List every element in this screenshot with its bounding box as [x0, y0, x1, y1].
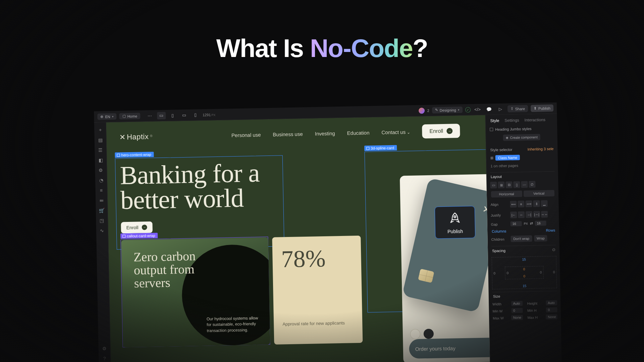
- spacing-editor[interactable]: 15 15 0 0 0 0 0 0: [492, 256, 557, 290]
- more-icon[interactable]: ⋯: [146, 112, 154, 119]
- ecommerce-icon[interactable]: 🛒: [98, 206, 106, 214]
- preview-play-icon[interactable]: ▷: [496, 105, 504, 113]
- justify-between-icon[interactable]: |↔|: [533, 211, 540, 218]
- tab-settings[interactable]: Settings: [504, 118, 519, 123]
- align-baseline-icon[interactable]: ▁: [541, 200, 547, 207]
- gap-row-input[interactable]: 16: [535, 221, 546, 226]
- breakpoint-landscape-icon[interactable]: ▭: [180, 111, 189, 119]
- enroll-button[interactable]: Enroll →: [422, 124, 460, 138]
- share-button[interactable]: ⇪ Share: [507, 105, 528, 112]
- style-manager-icon[interactable]: ◔: [97, 176, 105, 184]
- display-flex-icon[interactable]: ⊞: [498, 182, 504, 188]
- display-none-icon[interactable]: ∅: [529, 181, 535, 188]
- hero-content: hero-content-wrap Banking for a better w…: [120, 159, 363, 348]
- apps-icon[interactable]: ◳: [98, 216, 106, 224]
- settings-icon[interactable]: ⚙: [100, 344, 108, 352]
- align-center-icon[interactable]: ≡: [518, 200, 524, 207]
- help-icon[interactable]: ?: [100, 354, 108, 362]
- person-icon: ⇪: [511, 107, 514, 111]
- comment-icon[interactable]: 💬: [484, 106, 493, 113]
- create-component-button[interactable]: ◈ Create component: [503, 134, 540, 141]
- selection-label-spline: 3d-spline-card: [364, 145, 397, 151]
- breakpoint-desktop-icon[interactable]: ▭: [157, 112, 166, 119]
- variables-icon[interactable]: ⚙: [97, 166, 105, 174]
- site-brand[interactable]: ✕ Haptix®: [119, 132, 153, 142]
- display-mode-row: ▭ ⊞ ⊟ ▯ — ∅: [490, 180, 555, 190]
- minw-input[interactable]: 0: [511, 308, 523, 313]
- direction-horizontal[interactable]: Horizontal: [491, 191, 522, 198]
- display-block-icon[interactable]: ▭: [490, 182, 497, 188]
- justify-start-icon[interactable]: |←: [510, 212, 517, 218]
- cms-icon[interactable]: ≡: [97, 186, 105, 194]
- selector-icon: ⊞: [490, 156, 493, 160]
- callout-card-cream[interactable]: 78% Approval rate for new applicants: [272, 236, 363, 345]
- component-icon: ◈: [505, 136, 508, 139]
- chevron-down-icon: ▾: [458, 108, 460, 112]
- class-name-tag[interactable]: Class Name: [495, 155, 520, 161]
- children-label: Children: [491, 237, 508, 241]
- minh-input[interactable]: 0: [546, 307, 557, 313]
- breakpoint-tablet-icon[interactable]: ▯: [168, 112, 177, 119]
- justify-around-icon[interactable]: ↔↔: [541, 211, 548, 218]
- add-element-icon[interactable]: ＋: [96, 126, 104, 134]
- design-canvas[interactable]: ✕ Haptix® Personal use Business use Inve…: [106, 115, 490, 362]
- maxh-input[interactable]: None: [546, 314, 557, 320]
- width-label: Width: [492, 302, 509, 306]
- display-grid-icon[interactable]: ⊟: [505, 181, 512, 188]
- home-breadcrumb[interactable]: ▢ Home: [119, 113, 140, 119]
- tab-interactions[interactable]: Interactions: [525, 117, 545, 122]
- align-end-icon[interactable]: ⟹: [525, 200, 532, 207]
- display-inline-icon[interactable]: —: [521, 181, 528, 188]
- hero-title: Banking for a better world: [120, 159, 360, 213]
- wrap-dont-button[interactable]: Don't wrap: [511, 235, 532, 242]
- height-label: Height: [527, 301, 544, 305]
- code-icon[interactable]: </>: [473, 106, 482, 113]
- users-icon[interactable]: ⩸: [97, 196, 105, 204]
- collaborator-avatar[interactable]: [418, 108, 424, 114]
- direction-vertical[interactable]: Vertical: [523, 190, 554, 197]
- width-input[interactable]: Auto: [511, 301, 523, 306]
- hero-enroll-button[interactable]: Enroll →: [121, 222, 152, 234]
- minh-label: Min H: [527, 308, 544, 312]
- navigator-icon[interactable]: ☰: [96, 146, 104, 154]
- justify-center-icon[interactable]: ↔: [518, 211, 525, 218]
- gap-col-input[interactable]: 16: [511, 221, 522, 227]
- maxw-input[interactable]: None: [511, 315, 523, 320]
- size-section-title: Size: [492, 291, 557, 301]
- swatch-dark[interactable]: [424, 329, 434, 339]
- nav-investing[interactable]: Investing: [315, 130, 335, 136]
- nav-personal-use[interactable]: Personal use: [231, 132, 261, 138]
- callout-card-green[interactable]: Zero carbon output from servers Our hydr…: [121, 237, 270, 347]
- rocket-icon: [449, 212, 461, 226]
- components-icon[interactable]: ◧: [97, 156, 105, 164]
- align-start-icon[interactable]: ⟸: [510, 201, 517, 207]
- swatch-light[interactable]: [410, 329, 421, 339]
- wrap-button[interactable]: Wrap: [534, 235, 547, 242]
- audit-icon[interactable]: ∿: [98, 226, 106, 234]
- brand-mark-icon: ✕: [119, 133, 125, 141]
- order-button[interactable]: Order yours today →: [409, 337, 490, 359]
- nav-business-use[interactable]: Business use: [273, 131, 303, 137]
- display-inline-block-icon[interactable]: ▯: [513, 181, 520, 188]
- justify-end-icon[interactable]: →|: [526, 211, 532, 218]
- panel-tabs: Style Settings Interactions: [489, 114, 554, 126]
- link-icon[interactable]: ⇄: [530, 221, 533, 226]
- rocket-icon: ⬆: [534, 106, 537, 111]
- mode-switcher[interactable]: ✎ Designing ▾: [432, 107, 463, 114]
- pages-icon[interactable]: ▤: [96, 136, 104, 144]
- breakpoint-mobile-icon[interactable]: ▯: [191, 111, 200, 118]
- nav-education[interactable]: Education: [347, 130, 370, 136]
- publish-popover[interactable]: Publish: [435, 206, 476, 239]
- columns-label[interactable]: Columns: [492, 229, 506, 233]
- spacing-settings-icon[interactable]: ⊙: [552, 247, 555, 252]
- align-stretch-icon[interactable]: ⇕: [533, 200, 540, 207]
- tab-style[interactable]: Style: [490, 118, 499, 123]
- rows-label[interactable]: Rows: [546, 228, 555, 233]
- language-switcher[interactable]: ⊕ EN ▾: [97, 113, 117, 120]
- height-input[interactable]: Auto: [546, 300, 557, 306]
- approval-rate-label: Approval rate for new applicants: [282, 320, 354, 327]
- publish-button[interactable]: ⬆ Publish: [531, 105, 553, 112]
- nav-contact-us[interactable]: Contact us: [381, 129, 410, 135]
- margin-bottom-value: 15: [523, 284, 526, 288]
- designer-editor-window: ⊕ EN ▾ ▢ Home ⋯ ▭ ▯ ▭ ▯ 1291PX 2 ✎ Desig…: [94, 103, 562, 362]
